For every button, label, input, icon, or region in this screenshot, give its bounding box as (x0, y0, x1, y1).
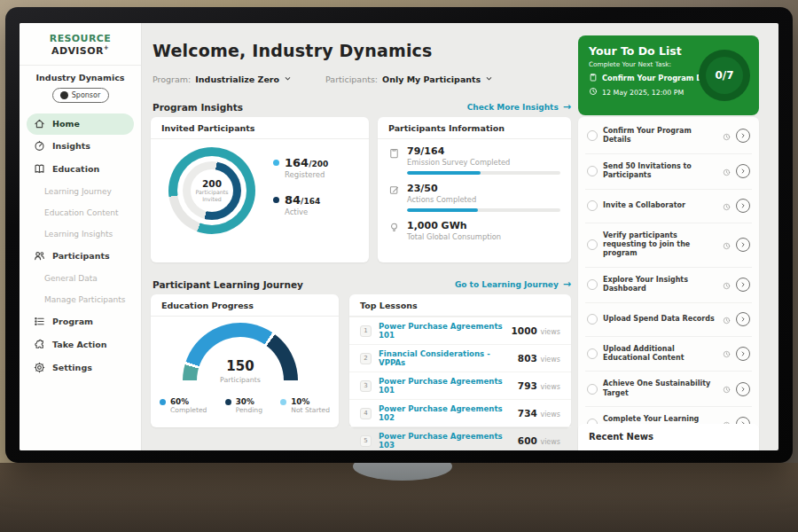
stat-total-consumption: 1,000 GWh Total Global Consumption (378, 214, 571, 243)
sidebar-item-learning-journey[interactable]: Learning Journey (20, 181, 141, 202)
task-row[interactable]: Confirm Your Program Details (585, 119, 752, 153)
task-checkbox[interactable] (587, 314, 598, 325)
sidebar-item-take-action[interactable]: Take Action (20, 333, 141, 356)
task-label: Explore Your Insights Dashboard (603, 276, 717, 294)
legend-dot-not-started (280, 399, 286, 405)
program-icon (33, 316, 45, 328)
task-checkbox[interactable] (587, 200, 598, 211)
sidebar-item-general-data[interactable]: General Data (20, 268, 141, 289)
page-title: Welcome, Industry Dynamics (153, 41, 433, 60)
lesson-link[interactable]: Power Purchase Agreements 102 (379, 404, 511, 422)
donut-center-value: 200 (202, 178, 222, 189)
sidebar-item-settings[interactable]: Settings (20, 356, 141, 379)
progress-track (407, 208, 560, 212)
legend-dot-active (273, 197, 279, 203)
todo-progress-value: 0/7 (706, 57, 743, 94)
recent-news-card: Recent News (578, 424, 759, 450)
task-row[interactable]: Upload Spend Data Records (585, 302, 752, 336)
sponsor-badge: Sponsor (52, 88, 109, 103)
task-label: Verify participants requesting to join t… (603, 231, 717, 259)
task-go-button[interactable] (736, 238, 750, 252)
task-row[interactable]: Achieve One Sustainability Target (585, 371, 752, 406)
sidebar-item-label: Settings (52, 363, 92, 372)
invited-participants-card: Invited Participants 200 Participants In… (151, 117, 369, 262)
sponsor-icon (60, 91, 68, 99)
task-label: Upload Spend Data Records (603, 315, 717, 324)
section-title: Program Insights (153, 102, 243, 113)
legend-value: 60% (170, 397, 207, 406)
monitor-bezel: RESOURCE ADVISOR+ Industry Dynamics Spon… (5, 7, 793, 463)
legend-item-completed: 60% Completed (160, 397, 207, 414)
task-go-button[interactable] (736, 199, 750, 213)
education-progress-card: Education Progress 150 Participants 60% … (151, 294, 339, 427)
task-row[interactable]: Invite a Collaborator (585, 189, 752, 223)
rank-badge: 5 (360, 435, 372, 447)
logo-primary: RESOURCE (50, 33, 111, 44)
due-label: 12 May 2025, 12:00 PM (602, 89, 684, 97)
sidebar-item-education-content[interactable]: Education Content (20, 202, 141, 223)
task-row[interactable]: Explore Your Insights Dashboard (585, 267, 752, 302)
task-checkbox[interactable] (587, 384, 598, 395)
task-checkbox[interactable] (587, 239, 598, 250)
legend-label: Not Started (291, 406, 330, 414)
logo-sup: + (104, 44, 109, 51)
sidebar-item-learning-insights[interactable]: Learning Insights (20, 223, 141, 245)
settings-icon (33, 362, 45, 374)
sidebar-item-label: Manage Participants (44, 295, 125, 304)
lesson-link[interactable]: Power Purchase Agreements 101 (379, 377, 511, 395)
task-go-button[interactable] (736, 278, 750, 292)
task-row[interactable]: Send 50 Invitations to Participants (585, 153, 752, 189)
lesson-link[interactable]: Power Purchase Agreements 101 (379, 322, 505, 340)
participants-icon (33, 250, 45, 262)
sidebar-item-label: Learning Journey (44, 187, 112, 196)
legend-total: /164 (301, 197, 320, 206)
sidebar-item-program[interactable]: Program (20, 310, 141, 333)
sidebar-item-education[interactable]: Education (20, 158, 141, 181)
task-checkbox[interactable] (587, 348, 598, 359)
task-go-button[interactable] (736, 129, 750, 143)
task-go-button[interactable] (736, 312, 750, 326)
legend-item-registered: 164/200 Registered (273, 156, 328, 179)
program-value: Industrialize Zero (195, 74, 279, 84)
task-go-button[interactable] (736, 347, 750, 361)
lesson-link[interactable]: Power Purchase Agreements 103 (379, 432, 511, 450)
rank-badge: 4 (360, 408, 372, 419)
task-row[interactable]: Verify participants requesting to join t… (585, 223, 752, 267)
gauge-center-value: 150 (183, 358, 298, 374)
stat-value: 23/50 (407, 183, 560, 194)
task-go-button[interactable] (736, 164, 750, 178)
bulb-icon (388, 220, 400, 241)
lesson-link[interactable]: Financial Considerations - VPPAs (379, 349, 511, 367)
lesson-row: 1 Power Purchase Agreements 101 1000 vie… (349, 317, 571, 344)
clock-icon (723, 311, 731, 328)
program-insights-header: Program Insights Check More Insights → (153, 101, 571, 113)
legend-value: 84 (285, 193, 301, 207)
task-checkbox[interactable] (587, 166, 598, 176)
task-checkbox[interactable] (587, 279, 598, 290)
arrow-right-icon: → (563, 278, 571, 290)
sponsor-label: Sponsor (72, 91, 100, 99)
participants-select[interactable]: Participants: Only My Participants (325, 74, 493, 84)
lesson-row: 5 Power Purchase Agreements 103 600 view… (349, 426, 571, 450)
card-title: Invited Participants (151, 117, 369, 139)
section-title: Participant Learning Journey (153, 279, 303, 290)
sidebar-item-participants[interactable]: Participants (20, 245, 141, 268)
go-to-learning-journey-link[interactable]: Go to Learning Journey → (455, 278, 571, 290)
task-row[interactable]: Upload Additional Educational Content (585, 336, 752, 372)
clipboard-icon (388, 145, 400, 175)
check-more-insights-link[interactable]: Check More Insights → (467, 101, 571, 113)
task-checkbox[interactable] (587, 130, 598, 141)
gauge-center-label: Participants (183, 376, 298, 384)
sidebar-item-label: Take Action (52, 340, 107, 349)
sidebar-item-insights[interactable]: Insights (20, 135, 141, 158)
progress-fill (407, 208, 478, 212)
clock-icon (723, 345, 731, 362)
task-go-button[interactable] (736, 382, 750, 396)
clipboard-icon (589, 73, 598, 83)
program-select[interactable]: Program: Industrialize Zero (153, 74, 292, 84)
legend-label: Active (285, 207, 320, 216)
task-label: Upload Additional Educational Content (603, 345, 717, 364)
sidebar-item-home[interactable]: Home (27, 113, 134, 135)
legend-total: /200 (309, 160, 328, 168)
sidebar-item-manage-participants[interactable]: Manage Participants (20, 289, 141, 310)
